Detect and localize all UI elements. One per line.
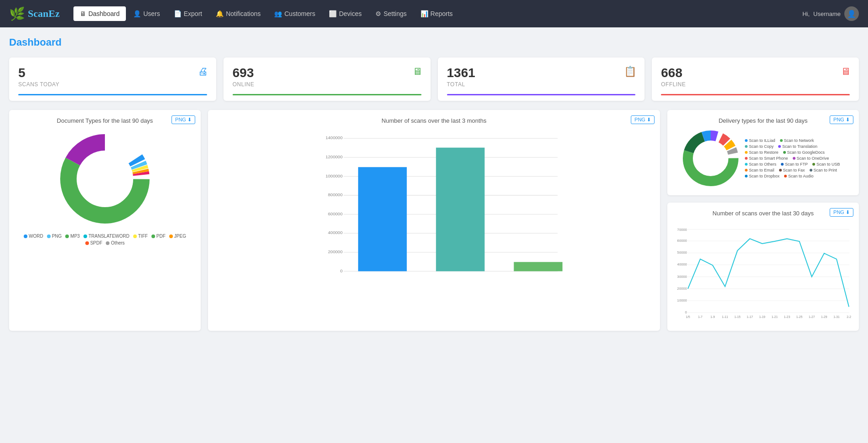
nav-item-reports[interactable]: 📊 Reports	[414, 6, 459, 21]
svg-text:1-7: 1-7	[698, 315, 702, 318]
delivery-chart-title: Delivery types for the last 90 days	[675, 117, 852, 124]
user-greeting: Hi,	[802, 10, 810, 17]
legend-usb: Scan to USB	[812, 162, 840, 167]
stat-card-offline: 668 OFFLINE 🖥	[652, 57, 859, 101]
stat-line-offline	[661, 94, 850, 95]
offline-icon: 🖥	[841, 66, 851, 78]
legend-png: PNG	[47, 234, 62, 239]
doc-types-title: Document Types for the last 90 days	[16, 117, 193, 124]
svg-text:1-27: 1-27	[809, 315, 815, 318]
dashboard-icon: 🖥	[80, 10, 86, 17]
svg-text:800000: 800000	[328, 192, 343, 197]
svg-text:0: 0	[685, 310, 687, 314]
delivery-chart-card: PNG ⬇ Delivery types for the last 90 day…	[667, 110, 859, 195]
notifications-icon: 🔔	[216, 10, 223, 17]
nav-item-export[interactable]: 📄 Export	[167, 6, 208, 21]
stat-line-total	[447, 94, 636, 95]
charts-row: PNG ⬇ Document Types for the last 90 day…	[9, 110, 859, 331]
user-area: Hi, Username 👤	[802, 6, 859, 21]
svg-text:0: 0	[340, 268, 343, 273]
svg-text:1400000: 1400000	[326, 135, 343, 140]
nav-item-dashboard[interactable]: 🖥 Dashboard	[73, 6, 126, 21]
bar-january	[436, 148, 485, 271]
legend-translateword: TRANSLATEWORD	[83, 234, 130, 239]
legend-copy: Scan to Copy	[745, 144, 774, 149]
svg-text:1000000: 1000000	[326, 173, 343, 178]
nav-item-users[interactable]: 👤 Users	[127, 6, 166, 21]
line-chart-svg: 0 10000 20000 30000 40000 50000 60000 70…	[675, 221, 852, 322]
svg-text:60000: 60000	[677, 239, 687, 243]
logo-text: ScanEz	[28, 8, 60, 20]
svg-text:70000: 70000	[677, 228, 687, 232]
reports-icon: 📊	[421, 10, 428, 17]
logo-icon: 🌿	[9, 6, 25, 21]
nav: 🖥 Dashboard 👤 Users 📄 Export 🔔 Notificat…	[73, 6, 802, 21]
header: 🌿 ScanEz 🖥 Dashboard 👤 Users 📄 Export 🔔 …	[0, 0, 868, 27]
svg-text:January: January	[451, 274, 470, 275]
bar-chart-png-btn[interactable]: PNG ⬇	[631, 115, 655, 124]
legend-network: Scan to Network	[780, 138, 814, 143]
legend-illiad: Scan to ILLiad	[745, 138, 775, 143]
legend-pdf: PDF	[151, 234, 166, 239]
bar-chart-svg: 0 200000 400000 600000 800000 1000000 12…	[238, 129, 644, 275]
page-content: Dashboard 5 SCANS TODAY 🖨 693 ONLINE 🖥 1…	[0, 27, 868, 340]
right-col: PNG ⬇ Delivery types for the last 90 day…	[667, 110, 859, 331]
bar-february	[514, 262, 563, 271]
delivery-donut-svg	[681, 129, 740, 188]
svg-text:December: December	[370, 274, 395, 275]
legend-onedrive: Scan to OneDrive	[793, 156, 829, 161]
svg-text:20000: 20000	[677, 287, 687, 291]
page-title: Dashboard	[9, 36, 859, 48]
devices-icon: ⬜	[329, 10, 337, 17]
line-chart-png-btn[interactable]: PNG ⬇	[830, 208, 853, 217]
legend-jpeg: JPEG	[169, 234, 186, 239]
svg-text:1-17: 1-17	[747, 315, 753, 318]
legend-translation: Scan to Translation	[778, 144, 817, 149]
svg-text:1-15: 1-15	[734, 315, 741, 318]
line-path	[688, 239, 849, 307]
nav-item-devices[interactable]: ⬜ Devices	[322, 6, 368, 21]
svg-point-34	[695, 142, 727, 174]
donut-container	[16, 129, 193, 229]
svg-text:1-31: 1-31	[833, 315, 840, 318]
svg-text:10000: 10000	[677, 298, 687, 302]
svg-text:February: February	[527, 274, 549, 275]
legend-others-d: Scan to Others	[745, 162, 776, 167]
online-icon: 🖥	[412, 66, 422, 78]
stat-number-online: 693	[233, 66, 421, 80]
user-avatar[interactable]: 👤	[844, 6, 859, 21]
bar-chart-title: Number of scans over the last 3 months	[215, 117, 653, 124]
svg-text:40000: 40000	[677, 262, 687, 266]
delivery-png-btn[interactable]: PNG ⬇	[830, 115, 853, 124]
svg-text:1-29: 1-29	[821, 315, 827, 318]
svg-point-7	[80, 154, 130, 204]
legend-others: Others	[106, 240, 125, 245]
svg-text:400000: 400000	[328, 230, 343, 235]
svg-text:200000: 200000	[328, 249, 343, 254]
logo-area: 🌿 ScanEz	[9, 6, 60, 21]
nav-item-notifications[interactable]: 🔔 Notifications	[209, 6, 267, 21]
nav-item-customers[interactable]: 👥 Customers	[268, 6, 322, 21]
username: Username	[813, 10, 841, 17]
stat-number-scans: 5	[18, 66, 207, 80]
legend-print: Scan to Print	[810, 168, 837, 172]
stat-label-total: TOTAL	[447, 81, 636, 88]
svg-text:50000: 50000	[677, 250, 687, 255]
total-icon: 📋	[624, 66, 636, 78]
nav-item-settings[interactable]: ⚙ Settings	[369, 6, 413, 21]
stat-label-online: ONLINE	[233, 81, 421, 88]
doc-types-png-btn[interactable]: PNG ⬇	[172, 115, 195, 124]
svg-text:1-21: 1-21	[771, 315, 778, 318]
legend-mp3: MP3	[65, 234, 80, 239]
legend-email: Scan to Email	[745, 168, 774, 172]
bar-chart-card: PNG ⬇ Number of scans over the last 3 mo…	[208, 110, 660, 331]
legend-word: WORD	[24, 234, 43, 239]
donut-svg	[55, 129, 155, 229]
scanner-icon: 🖨	[198, 66, 208, 78]
legend-fax: Scan to Fax	[779, 168, 805, 172]
svg-text:30000: 30000	[677, 275, 687, 279]
doc-types-legend: WORD PNG MP3 TRANSLATEWORD TIFF	[16, 234, 193, 245]
delivery-chart-inner: Scan to ILLiad Scan to Network Scan to C…	[675, 129, 852, 188]
legend-restore: Scan to Restore	[745, 150, 779, 155]
users-icon: 👤	[133, 10, 141, 17]
